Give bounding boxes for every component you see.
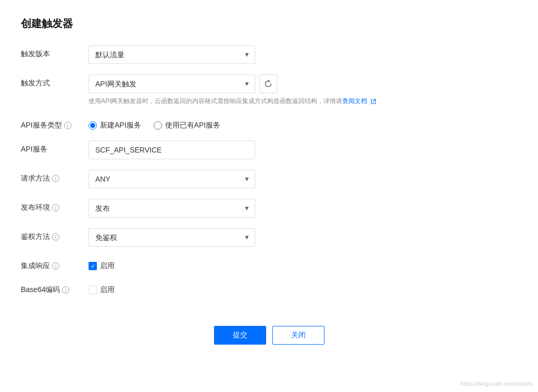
trigger-method-label: 触发方式 [21,74,89,88]
api-service-type-radio-group: 新建API服务 使用已有API服务 [89,117,517,130]
publish-env-info-icon[interactable]: i [52,204,59,211]
close-button[interactable]: 关闭 [272,326,324,345]
radio-new-api[interactable]: 新建API服务 [89,121,141,130]
request-method-row: 请求方法 i ANY GET POST PUT DELETE ▼ [21,170,517,188]
base64-encoding-checkbox-unchecked[interactable] [89,286,97,294]
api-service-input[interactable] [89,141,255,159]
request-method-label: 请求方法 i [21,170,89,183]
integrated-response-row: 集成响应 i ✓ 启用 [21,257,517,271]
api-service-type-content: 新建API服务 使用已有API服务 [89,117,517,130]
trigger-method-select[interactable]: API网关触发 定时触发 COS触发 [89,74,255,93]
integrated-response-info-icon[interactable]: i [52,262,59,270]
trigger-method-input-row: API网关触发 定时触发 COS触发 ▼ [89,74,517,93]
publish-env-label: 发布环境 i [21,199,89,212]
request-method-select[interactable]: ANY GET POST PUT DELETE [89,170,255,188]
request-method-info-icon[interactable]: i [52,175,59,182]
radio-existing-api-input[interactable] [154,121,162,130]
base64-encoding-label: Base64编码 i [21,281,89,295]
api-service-row: API服务 [21,141,517,159]
radio-new-api-input[interactable] [89,121,97,130]
auth-method-label: 鉴权方法 i [21,228,89,242]
integrated-response-content: ✓ 启用 [89,257,517,271]
integrated-response-enable-label: 启用 [100,261,115,271]
trigger-method-select-wrapper: API网关触发 定时触发 COS触发 ▼ [89,74,255,93]
page-title: 创建触发器 [21,17,517,31]
base64-encoding-content: 启用 [89,281,517,295]
auth-method-select-wrapper: 免鉴权 密钥对鉴权 OAuth2.0 ▼ [89,228,255,247]
auth-method-row: 鉴权方法 i 免鉴权 密钥对鉴权 OAuth2.0 ▼ [21,228,517,247]
watermark: https://blog.csdn.net/nzjdsds [460,381,533,387]
integrated-response-label: 集成响应 i [21,257,89,271]
integrated-response-checkbox-item[interactable]: ✓ 启用 [89,261,115,271]
footer-buttons: 提交 关闭 [21,315,517,345]
radio-existing-api[interactable]: 使用已有API服务 [154,121,221,130]
trigger-version-row: 触发版本 默认流量 版本1 版本2 ▼ [21,45,517,64]
publish-env-select-wrapper: 发布 预发布 测试 ▼ [89,199,255,218]
base64-encoding-row: Base64编码 i 启用 [21,281,517,295]
auth-method-content: 免鉴权 密钥对鉴权 OAuth2.0 ▼ [89,228,517,247]
doc-link[interactable]: 查阅文档 [342,97,367,105]
create-trigger-dialog: 创建触发器 触发版本 默认流量 版本1 版本2 ▼ 触发方式 [0,0,538,392]
request-method-select-wrapper: ANY GET POST PUT DELETE ▼ [89,170,255,188]
api-service-type-label: API服务类型 i [21,117,89,130]
trigger-version-content: 默认流量 版本1 版本2 ▼ [89,45,517,64]
base64-encoding-checkbox-item[interactable]: 启用 [89,285,115,295]
auth-method-select[interactable]: 免鉴权 密钥对鉴权 OAuth2.0 [89,228,255,247]
form: 触发版本 默认流量 版本1 版本2 ▼ 触发方式 [21,45,517,295]
base64-encoding-checkbox-group: 启用 [89,281,517,295]
trigger-method-content: API网关触发 定时触发 COS触发 ▼ 使用API网关触发 [89,74,517,106]
api-service-type-row: API服务类型 i 新建API服务 使用已有API服务 [21,117,517,130]
base64-encoding-info-icon[interactable]: i [62,286,69,294]
api-service-content [89,141,517,159]
publish-env-row: 发布环境 i 发布 预发布 测试 ▼ [21,199,517,218]
publish-env-content: 发布 预发布 测试 ▼ [89,199,517,218]
trigger-method-hint: 使用API网关触发器时，云函数返回的内容格式需按响应集成方式构造函数返回结构，详… [89,96,517,106]
base64-encoding-enable-label: 启用 [100,285,115,295]
api-service-label: API服务 [21,141,89,154]
integrated-response-checkbox-group: ✓ 启用 [89,257,517,271]
trigger-version-label: 触发版本 [21,45,89,59]
refresh-button[interactable] [259,74,277,93]
integrated-response-checkbox-checked[interactable]: ✓ [89,262,97,270]
submit-button[interactable]: 提交 [214,326,266,345]
trigger-version-select[interactable]: 默认流量 版本1 版本2 [89,45,255,64]
trigger-method-row: 触发方式 API网关触发 定时触发 COS触发 ▼ [21,74,517,106]
auth-method-info-icon[interactable]: i [52,233,59,241]
trigger-version-select-wrapper: 默认流量 版本1 版本2 ▼ [89,45,255,64]
refresh-icon [264,80,272,88]
external-link-icon [370,98,377,105]
publish-env-select[interactable]: 发布 预发布 测试 [89,199,255,218]
request-method-content: ANY GET POST PUT DELETE ▼ [89,170,517,188]
api-service-type-info-icon[interactable]: i [64,122,71,129]
